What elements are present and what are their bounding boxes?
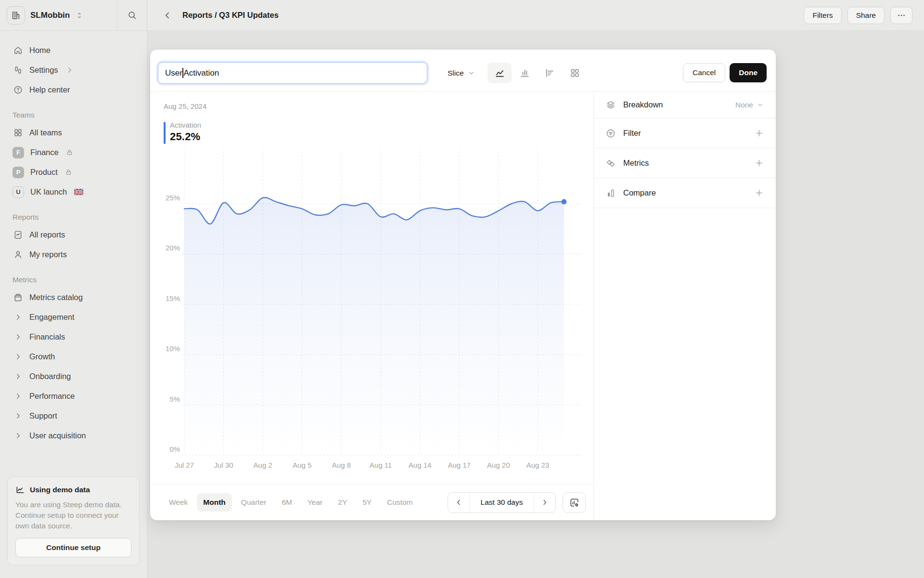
sidebar-item-label: Settings <box>29 66 58 75</box>
range-next-button[interactable] <box>534 493 555 512</box>
chevron-right-icon <box>65 66 74 74</box>
sidebar-item-growth[interactable]: Growth <box>0 347 147 367</box>
report-icon <box>13 230 23 240</box>
uk-flag-icon <box>74 189 83 195</box>
section-title-teams: Teams <box>0 107 147 123</box>
sidebar-item-onboarding[interactable]: Onboarding <box>0 367 147 386</box>
period-year[interactable]: Year <box>301 493 329 512</box>
compare-icon <box>605 188 616 198</box>
config-panel: Breakdown None Filter Metric <box>594 92 776 520</box>
title-text-before-caret: User <box>165 68 182 78</box>
ellipsis-icon <box>897 11 906 20</box>
svg-text:Aug 2: Aug 2 <box>254 461 272 469</box>
sidebar-item-user-acquisition[interactable]: User acquisition <box>0 426 147 446</box>
sidebar-item-finance[interactable]: FFinance <box>0 143 147 162</box>
range-prev-button[interactable] <box>448 493 470 512</box>
demo-card-title: Using demo data <box>30 486 90 494</box>
sidebar-item-performance[interactable]: Performance <box>0 386 147 406</box>
search-button[interactable] <box>117 0 147 30</box>
section-title-reports: Reports <box>0 209 147 225</box>
range-label[interactable]: Last 30 days <box>470 493 534 512</box>
metrics-row[interactable]: Metrics <box>594 148 776 178</box>
period-6m[interactable]: 6M <box>275 493 298 512</box>
sidebar-item-label: My reports <box>29 250 67 259</box>
more-button[interactable] <box>890 7 912 24</box>
plus-icon <box>754 158 764 168</box>
sidebar-item-label: All reports <box>29 230 65 239</box>
chevron-right-icon <box>540 498 549 507</box>
continue-setup-button[interactable]: Continue setup <box>15 538 131 557</box>
metric-editor-modal: UserActivation Slice <box>150 50 776 520</box>
layers-icon <box>605 100 616 110</box>
sidebar-item-label: Engagement <box>29 313 75 322</box>
period-2y[interactable]: 2Y <box>332 493 353 512</box>
share-button[interactable]: Share <box>847 7 885 24</box>
sidebar-item-financials[interactable]: Financials <box>0 327 147 347</box>
period-month[interactable]: Month <box>197 493 231 512</box>
compare-row[interactable]: Compare <box>594 178 776 208</box>
chart-region: Aug 25, 2024 Activation 25.2% 0%5%10%15%… <box>150 92 593 520</box>
column-chart-icon <box>519 67 530 79</box>
period-switcher: WeekMonthQuarter6MYear2Y5YCustom <box>163 493 419 512</box>
sidebar-item-all-teams[interactable]: All teams <box>0 123 147 143</box>
chart-type-bar-button[interactable] <box>538 63 562 83</box>
done-button[interactable]: Done <box>730 63 767 82</box>
settings-icon <box>13 65 23 76</box>
svg-text:Aug 23: Aug 23 <box>526 461 550 469</box>
sidebar-item-label: Support <box>29 411 57 420</box>
chart-footer: WeekMonthQuarter6MYear2Y5YCustom Last 30… <box>150 485 593 520</box>
chevron-right-icon <box>13 431 23 441</box>
team-avatar: U <box>13 186 24 198</box>
chevron-up-down-icon <box>75 11 84 20</box>
sidebar-item-home[interactable]: Home <box>0 40 147 60</box>
filters-button[interactable]: Filters <box>804 7 841 24</box>
svg-text:Aug 8: Aug 8 <box>332 461 351 469</box>
top-header: Reports / Q3 KPI Updates Filters Share <box>148 0 924 31</box>
sidebar-item-support[interactable]: Support <box>0 406 147 426</box>
breakdown-row[interactable]: Breakdown None <box>594 92 776 118</box>
period-quarter[interactable]: Quarter <box>235 493 273 512</box>
metric-title-input[interactable]: UserActivation <box>158 62 427 84</box>
workspace-switcher[interactable]: SLMobbin <box>0 0 117 30</box>
title-text-after-caret: Activation <box>183 68 219 78</box>
bar-chart-icon <box>544 67 555 79</box>
chart-settings-button[interactable] <box>563 492 586 513</box>
slice-label: Slice <box>448 69 464 78</box>
period-5y[interactable]: 5Y <box>356 493 378 512</box>
workspace-logo-icon <box>7 6 25 25</box>
chart-type-column-button[interactable] <box>513 63 537 83</box>
back-button[interactable] <box>160 8 175 23</box>
svg-text:Aug 17: Aug 17 <box>448 461 471 469</box>
lock-icon <box>65 169 72 176</box>
cancel-button[interactable]: Cancel <box>683 63 725 82</box>
sidebar-item-label: Product <box>30 168 58 177</box>
lock-icon <box>66 149 73 156</box>
svg-text:Aug 11: Aug 11 <box>370 461 392 469</box>
period-custom[interactable]: Custom <box>381 493 419 512</box>
sidebar-item-label: UK launch <box>30 187 67 197</box>
catalog-icon <box>13 292 23 303</box>
chart-type-grid-button[interactable] <box>563 63 587 83</box>
team-avatar: P <box>13 167 24 178</box>
person-icon <box>13 250 23 260</box>
filter-row[interactable]: Filter <box>594 118 776 148</box>
period-week[interactable]: Week <box>163 493 194 512</box>
sidebar-item-help-center[interactable]: Help center <box>0 80 147 100</box>
sidebar-item-label: Growth <box>29 352 55 361</box>
last-point-marker <box>561 199 566 204</box>
sidebar-item-uk-launch[interactable]: UUK launch <box>0 182 147 202</box>
sidebar-item-engagement[interactable]: Engagement <box>0 307 147 327</box>
chevron-right-icon <box>13 371 23 382</box>
sidebar-item-my-reports[interactable]: My reports <box>0 245 147 264</box>
sidebar-item-all-reports[interactable]: All reports <box>0 225 147 245</box>
slice-dropdown[interactable]: Slice <box>448 62 475 84</box>
metric-readout: Activation 25.2% <box>164 121 201 144</box>
sidebar-item-product[interactable]: PProduct <box>0 162 147 182</box>
chart-type-line-button[interactable] <box>488 63 512 83</box>
sidebar-item-metrics-catalog[interactable]: Metrics catalog <box>0 288 147 307</box>
sidebar-item-settings[interactable]: Settings <box>0 60 147 80</box>
date-range-control: Last 30 days <box>448 492 556 513</box>
sidebar-item-label: Metrics catalog <box>29 293 83 302</box>
chart-type-switcher <box>488 63 587 83</box>
svg-text:Aug 20: Aug 20 <box>487 461 510 469</box>
